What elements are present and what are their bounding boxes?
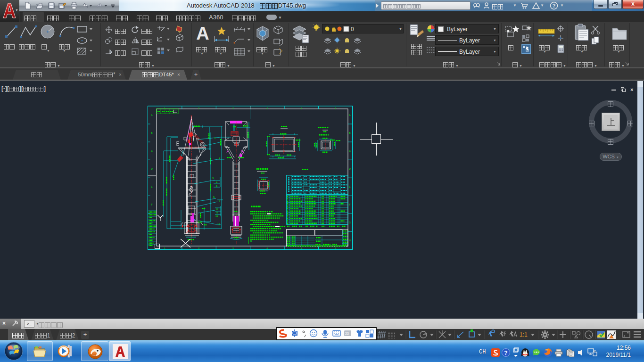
svg-text:C: C xyxy=(349,150,351,152)
svg-text:C: C xyxy=(151,150,153,152)
svg-text:3: 3 xyxy=(212,177,214,180)
svg-text:6: 6 xyxy=(213,196,215,198)
svg-text:2: 2 xyxy=(198,247,200,249)
svg-text:?: ? xyxy=(504,350,507,356)
svg-text:4: 4 xyxy=(216,181,217,184)
svg-text:8: 8 xyxy=(216,208,218,211)
svg-text:9: 9 xyxy=(216,211,218,214)
svg-text:3: 3 xyxy=(232,247,234,249)
svg-text:H: H xyxy=(349,239,350,242)
svg-text:A: A xyxy=(151,114,152,116)
svg-text:4: 4 xyxy=(267,247,268,249)
svg-text:1:1: 1:1 xyxy=(520,331,528,338)
svg-text:7: 7 xyxy=(219,199,220,202)
svg-text:E: E xyxy=(151,186,152,188)
svg-text:6: 6 xyxy=(335,247,336,249)
svg-text:E: E xyxy=(349,186,350,188)
svg-text:B: B xyxy=(151,132,152,134)
svg-text:D: D xyxy=(151,168,153,170)
svg-text:D: D xyxy=(349,168,351,170)
svg-text:5: 5 xyxy=(216,184,217,187)
svg-text:K: K xyxy=(250,239,253,243)
svg-text:B: B xyxy=(349,132,350,134)
svg-text:2: 2 xyxy=(219,156,220,159)
svg-text:A: A xyxy=(349,114,350,116)
svg-text:5: 5 xyxy=(301,247,302,249)
svg-text:1: 1 xyxy=(164,247,165,249)
svg-text:?: ? xyxy=(553,3,556,8)
svg-text:10: 10 xyxy=(215,214,218,217)
svg-text:23: 23 xyxy=(345,332,349,335)
svg-text:11: 11 xyxy=(217,223,220,226)
svg-text:F: F xyxy=(349,204,351,206)
svg-text:F: F xyxy=(151,204,153,206)
svg-text:!: ! xyxy=(613,335,614,338)
svg-text:G: G xyxy=(349,222,351,224)
svg-text:L: L xyxy=(215,137,216,140)
